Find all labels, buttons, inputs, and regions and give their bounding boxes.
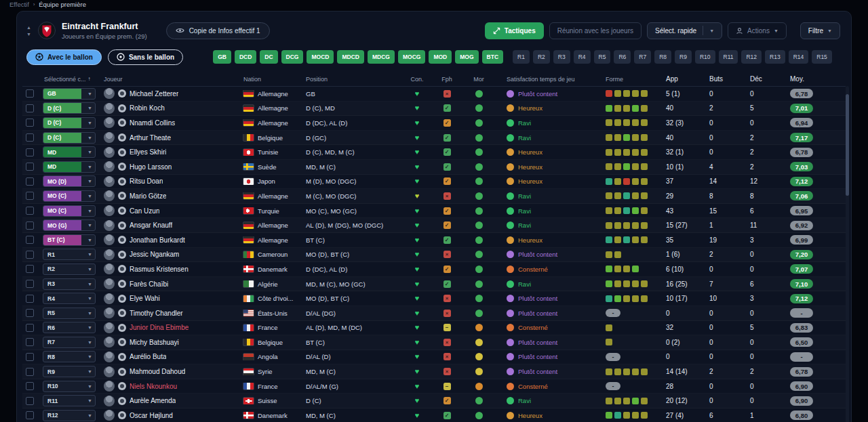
filter-R14[interactable]: R14 <box>789 50 809 64</box>
player-name[interactable]: Oscar Højlund <box>130 412 173 419</box>
row-checkbox[interactable] <box>26 221 34 230</box>
filter-DCG[interactable]: DCG <box>281 50 304 64</box>
player-name[interactable]: Farès Chaïbi <box>130 280 168 288</box>
player-name[interactable]: Michael Zetterer <box>130 90 178 98</box>
table-row[interactable]: R3 ▼ Farès Chaïbi Algérie MD, M (C), MO … <box>22 277 846 292</box>
player-name[interactable]: Ritsu Doan <box>130 177 163 185</box>
table-row[interactable]: R9 ▼ Mahmoud Dahoud Syrie MD, M (C) ♥ × … <box>22 364 846 379</box>
row-checkbox[interactable] <box>26 338 34 346</box>
role-select[interactable]: D (C) ▼ <box>43 102 96 114</box>
scrollbar-track[interactable] <box>846 86 849 422</box>
table-row[interactable]: R1 ▼ Jessic Ngankam Cameroun MO (D), BT … <box>22 248 846 263</box>
player-name[interactable]: Can Uzun <box>130 207 159 215</box>
table-row[interactable]: R4 ▼ Elye Wahi Côte d'Ivoi... MO (D), BT… <box>22 291 846 306</box>
row-checkbox[interactable] <box>26 309 34 317</box>
col-selected[interactable]: Sélectionné c...↑ <box>43 76 98 83</box>
actions-button[interactable]: Actions ▼ <box>728 22 787 39</box>
role-select[interactable]: GB ▼ <box>43 88 96 100</box>
row-checkbox[interactable] <box>26 89 34 98</box>
player-name[interactable]: Michy Batshuayi <box>130 339 179 346</box>
row-checkbox[interactable] <box>26 192 34 200</box>
role-select[interactable]: MO (C) ▼ <box>43 190 96 202</box>
table-row[interactable]: D (C) ▼ Nnamdi Collins Allemagne D (DC),… <box>22 116 846 131</box>
col-morale[interactable]: Mor <box>463 76 494 83</box>
player-name[interactable]: Ellyes Skhiri <box>130 148 166 156</box>
role-select[interactable]: R3 ▼ <box>43 278 96 290</box>
role-select[interactable]: R8 ▼ <box>43 351 96 362</box>
row-checkbox[interactable] <box>26 236 34 244</box>
role-select[interactable]: R7 ▼ <box>43 337 96 348</box>
row-checkbox[interactable] <box>26 251 34 259</box>
col-forme[interactable]: Forme <box>593 76 657 83</box>
row-checkbox[interactable] <box>26 119 34 127</box>
view-selector[interactable]: Copie de Infos effectif 1 <box>166 22 270 39</box>
filter-R12[interactable]: R12 <box>741 50 762 64</box>
table-row[interactable]: R5 ▼ Timothy Chandler États-Unis D/AL (D… <box>22 306 846 321</box>
col-buts[interactable]: Buts <box>699 75 738 83</box>
filter-R11[interactable]: R11 <box>719 50 738 64</box>
filter-MOG[interactable]: MOG <box>455 50 478 64</box>
player-name[interactable]: Mario Götze <box>130 192 166 200</box>
role-select[interactable]: MD ▼ <box>43 161 96 173</box>
filter-BTC[interactable]: BTC <box>482 50 503 64</box>
role-select[interactable]: R10 ▼ <box>43 381 96 392</box>
table-row[interactable]: MO (C) ▼ Mario Götze Allemagne M (C), MO… <box>22 189 846 204</box>
table-row[interactable]: BT (C) ▼ Jonathan Burkardt Allemagne BT … <box>22 233 846 248</box>
role-select[interactable]: BT (C) ▼ <box>43 234 96 246</box>
filter-DC[interactable]: DC <box>260 50 277 64</box>
table-row[interactable]: R10 ▼ Niels Nkounkou France D/AL/M (G) ♥… <box>22 379 846 394</box>
col-nation[interactable]: Nation <box>241 76 303 83</box>
row-checkbox[interactable] <box>26 133 34 142</box>
row-checkbox[interactable] <box>26 295 34 303</box>
row-checkbox[interactable] <box>26 397 34 405</box>
filter-DCD[interactable]: DCD <box>235 50 256 64</box>
col-satisfaction[interactable]: Satisfaction temps de jeu <box>494 76 593 83</box>
breadcrumb-section[interactable]: Effectif <box>9 1 29 8</box>
role-select[interactable]: MD ▼ <box>43 146 96 158</box>
role-select[interactable]: R9 ▼ <box>43 366 96 377</box>
player-name[interactable]: Nnamdi Collins <box>130 119 175 127</box>
player-name[interactable]: Hugo Larsson <box>130 163 172 171</box>
player-name[interactable]: Mahmoud Dahoud <box>130 368 185 375</box>
table-row[interactable]: MD ▼ Ellyes Skhiri Tunisie D (C), MD, M … <box>22 145 846 160</box>
filter-MOCD[interactable]: MOCD <box>307 50 334 64</box>
player-name[interactable]: Niels Nkounkou <box>130 383 177 390</box>
row-checkbox[interactable] <box>26 265 34 273</box>
filter-MDCG[interactable]: MDCG <box>368 50 395 64</box>
role-select[interactable]: R5 ▼ <box>43 308 96 319</box>
filter-R1[interactable]: R1 <box>513 50 530 64</box>
col-position[interactable]: Position <box>303 76 403 83</box>
filter-R10[interactable]: R10 <box>695 50 715 64</box>
row-checkbox[interactable] <box>26 163 34 171</box>
col-app[interactable]: App <box>657 75 699 83</box>
filter-R15[interactable]: R15 <box>812 50 832 64</box>
role-select[interactable]: R6 ▼ <box>43 322 96 333</box>
row-checkbox[interactable] <box>26 177 34 186</box>
role-select[interactable]: R2 ▼ <box>43 263 96 275</box>
filter-R7[interactable]: R7 <box>634 50 651 64</box>
filter-R6[interactable]: R6 <box>614 50 631 64</box>
table-row[interactable]: MD ▼ Hugo Larsson Suède MD, M (C) ♥ ✓ He… <box>22 160 846 175</box>
col-moy[interactable]: Moy. <box>781 75 818 83</box>
col-fph[interactable]: Fph <box>431 76 463 83</box>
role-select[interactable]: MO (C) ▼ <box>43 205 96 217</box>
table-row[interactable]: R7 ▼ Michy Batshuayi Belgique BT (C) ♥ ×… <box>22 335 846 350</box>
quick-select-button[interactable]: Sélect. rapide ▼ <box>647 22 722 39</box>
col-joueur[interactable]: Joueur <box>98 76 241 83</box>
row-checkbox[interactable] <box>26 411 34 419</box>
scrollbar-thumb[interactable] <box>846 94 849 196</box>
tactics-button[interactable]: Tactiques <box>485 22 544 39</box>
table-row[interactable]: MO (C) ▼ Can Uzun Turquie MO (C), MO (GC… <box>22 204 846 219</box>
filter-MOD[interactable]: MOD <box>429 50 452 64</box>
filter-MDCD[interactable]: MDCD <box>337 50 364 64</box>
table-row[interactable]: GB ▼ Michael Zetterer Allemagne GB ♥ × P… <box>22 87 846 102</box>
role-select[interactable]: D (C) ▼ <box>43 117 96 129</box>
team-meeting-button[interactable]: Réunion avec les joueurs <box>549 22 642 39</box>
table-row[interactable]: MO (D) ▼ Ritsu Doan Japon M (D), MO (DGC… <box>22 175 846 190</box>
row-checkbox[interactable] <box>26 104 34 112</box>
filter-R13[interactable]: R13 <box>765 50 785 64</box>
table-row[interactable]: R12 ▼ Oscar Højlund Danemark MD, M (C) ♥… <box>22 408 846 422</box>
filter-MOCG[interactable]: MOCG <box>398 50 425 64</box>
role-select[interactable]: MO (G) ▼ <box>43 219 96 231</box>
filter-GB[interactable]: GB <box>213 50 231 64</box>
